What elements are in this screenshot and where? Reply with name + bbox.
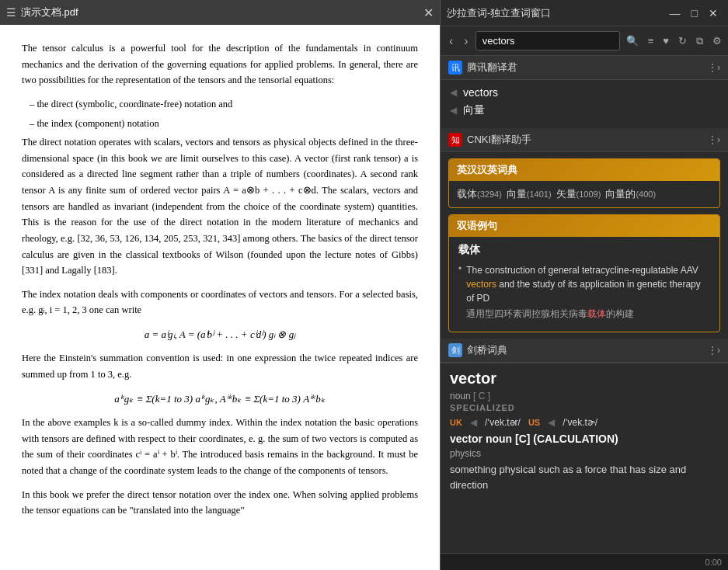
pdf-para-5: In the above examples k is a so-called d… [22,415,418,479]
cnki-dict-header: 英汉汉英词典 [449,159,719,181]
cambridge-subject: physics [450,448,719,459]
cnki-dict-box: 英汉汉英词典 载体(3294) 向量(1401) 矢量(1009) 向量的(40… [448,158,720,208]
dict-titlebar: 沙拉查词-独立查词窗口 — □ ✕ [441,0,728,26]
back-button[interactable]: ‹ [445,33,457,50]
tencent-en-row: ◀ vectors [450,86,719,99]
status-bar: 0:00 [441,553,728,570]
cambridge-word: vector [450,370,719,388]
pdf-close-button[interactable]: ✕ [423,5,434,20]
pdf-titlebar: ☰ 演示文档.pdf ✕ [0,0,440,25]
pdf-math-2: aᵏgₖ ≡ Σ(k=1 to 3) aᵏgₖ, Aⁱᵏbₖ ≡ Σ(k=1 t… [22,391,418,407]
cnki-entry-shiliang[interactable]: 矢量(1009) [556,187,601,201]
dict-panel: 沙拉查词-独立查词窗口 — □ ✕ ‹ › 🔍 ≡ ♥ ↻ ⧉ ⚙ 讯 腾讯翻译… [441,0,728,570]
cambridge-definition: something physical such as a force that … [450,462,719,492]
cambridge-pos: noun [ C ] [450,391,719,401]
bilingual-zh-text: 通用型四环素调控腺相关病毒载体的构建 [466,307,710,321]
cambridge-section: vector noun [ C ] SPECIALIZED UK ◀ /ˈvek… [441,363,728,499]
tencent-en-word: vectors [463,86,498,99]
pdf-math-1: a = aⁱgᵢ, A = (aⁱbʲ + . . . + cⁱdʲ) gᵢ ⊗… [22,326,418,342]
cnki-expand-icon[interactable]: ⋮ [708,134,717,145]
dict-scroll-area[interactable]: 讯 腾讯翻译君 ⋮ › ◀ vectors ◀ 向量 知 CNKI翻译助手 ⋮ … [441,56,728,553]
dict-title: 沙拉查词-独立查词窗口 [447,6,663,20]
copy-icon-btn[interactable]: ⧉ [693,33,706,49]
menu-icon-btn[interactable]: ≡ [645,33,657,49]
cnki-entry-zaiti[interactable]: 载体(3294) [457,187,502,201]
pdf-item-1: – the direct (symbolic, coordinate-free)… [22,96,418,113]
bilingual-title: 双语例句 [457,220,497,231]
tencent-section-title: 腾讯翻译君 [467,61,708,75]
cambridge-logo-icon: 剑 [448,343,462,357]
cambridge-tag: SPECIALIZED [450,403,719,412]
cnki-section-header: 知 CNKI翻译助手 ⋮ › [441,128,728,152]
tencent-logo-icon: 讯 [448,61,462,75]
tencent-zh-row: ◀ 向量 [450,103,719,117]
us-ipa: /ˈvek.tɚ/ [563,417,597,428]
tencent-en-speaker-icon[interactable]: ◀ [450,87,457,98]
us-pron-label: US [528,418,540,427]
settings-icon-btn[interactable]: ⚙ [709,33,725,49]
uk-ipa: /ˈvek.tər/ [485,417,521,428]
bilingual-item: • The construction of general tetracycli… [458,263,710,321]
pdf-para-4: Here the Einstein's summation convention… [22,350,418,382]
pdf-title: 演示文档.pdf [21,5,419,19]
dict-maximize-button[interactable]: □ [688,5,702,21]
dict-toolbar-icons: 🔍 ≡ ♥ ↻ ⧉ ⚙ [623,33,725,49]
dict-toolbar: ‹ › 🔍 ≡ ♥ ↻ ⧉ ⚙ [441,26,728,56]
forward-button[interactable]: › [460,33,472,50]
cnki-entry-xiangliangde[interactable]: 向量的(400) [605,187,656,201]
pos-label: noun [450,391,471,401]
dict-minimize-button[interactable]: — [666,5,684,21]
highlight-vectors: vectors [466,279,496,290]
tencent-expand-icon[interactable]: ⋮ [708,62,717,73]
search-icon-btn[interactable]: 🔍 [623,33,642,49]
uk-pron-label: UK [450,418,462,427]
pos-bracket: [ C ] [473,391,490,401]
pdf-content: The tensor calculus is a powerful tool f… [0,25,440,570]
hamburger-icon[interactable]: ☰ [6,6,16,19]
search-input[interactable] [475,31,620,50]
favorite-icon-btn[interactable]: ♥ [660,33,672,49]
cambridge-full-entry: vector noun [C] (CALCULATION) [450,433,719,445]
pdf-para-1: The tensor calculus is a powerful tool f… [22,40,418,89]
cambridge-section-header: 剑 剑桥词典 ⋮ › [441,339,728,363]
highlight-zaiti: 载体 [587,308,606,319]
tencent-collapse-icon[interactable]: › [717,62,720,73]
us-speaker-icon[interactable]: ◀ [548,417,555,428]
bullet-icon: • [458,263,462,321]
cnki-collapse-icon[interactable]: › [717,134,720,145]
bilingual-box: 双语例句 载体 • The construction of general te… [448,214,720,332]
pdf-para-2: The direct notation operates with scalar… [22,134,418,279]
pdf-panel: ☰ 演示文档.pdf ✕ The tensor calculus is a po… [0,0,441,570]
uk-speaker-icon[interactable]: ◀ [470,417,477,428]
bilingual-content: 载体 • The construction of general tetracy… [449,237,719,332]
bilingual-main-word: 载体 [458,243,710,257]
uk-pron-row: UK ◀ /ˈvek.tər/ US ◀ /ˈvek.tɚ/ [450,417,719,428]
tencent-section-header: 讯 腾讯翻译君 ⋮ › [441,56,728,80]
tencent-result: ◀ vectors ◀ 向量 [441,80,728,128]
tencent-zh-word: 向量 [463,103,485,117]
bilingual-en-text: The construction of general tetracycline… [466,263,710,305]
bilingual-header: 双语例句 [449,215,719,237]
refresh-icon-btn[interactable]: ↻ [675,33,690,49]
cnki-entries: 载体(3294) 向量(1401) 矢量(1009) 向量的(400) [449,181,719,207]
cnki-entry-xiangliang[interactable]: 向量(1401) [507,187,552,201]
cnki-section-title: CNKI翻译助手 [467,133,708,147]
cnki-logo-icon: 知 [448,133,462,147]
cambridge-collapse-icon[interactable]: › [717,345,720,356]
cambridge-expand-icon[interactable]: ⋮ [708,345,717,356]
status-time: 0:00 [705,558,722,567]
pdf-item-2: – the index (component) notation [22,116,418,132]
pdf-para-6: In this book we prefer the direct tensor… [22,487,418,519]
tencent-zh-speaker-icon[interactable]: ◀ [450,105,457,116]
cambridge-section-title: 剑桥词典 [467,343,708,357]
dict-close-button[interactable]: ✕ [705,5,722,21]
pdf-para-3: The index notation deals with components… [22,287,418,318]
